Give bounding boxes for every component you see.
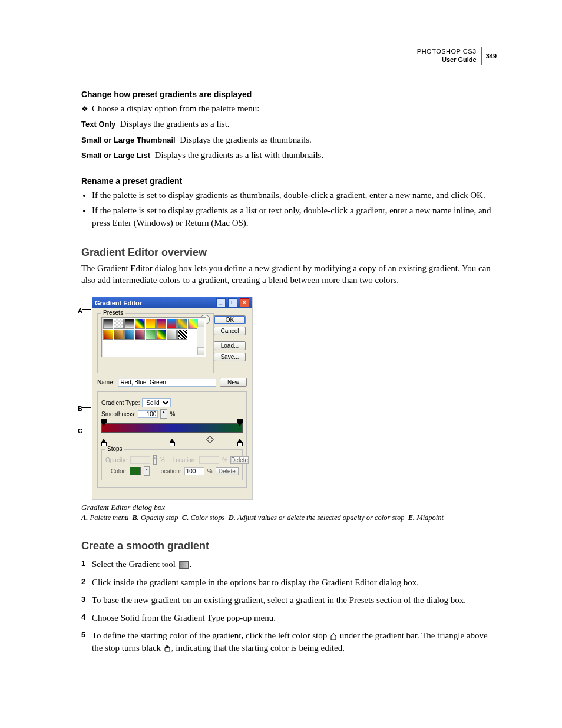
midpoint-marker[interactable]	[206, 436, 214, 443]
rename-list: If the palette is set to display gradien…	[92, 189, 498, 229]
delete-opacity-button: Delete	[230, 456, 249, 464]
color-swatch[interactable]	[130, 467, 141, 475]
svg-marker-0	[331, 633, 336, 640]
step-4: Choose Solid from the Gradient Type pop-…	[81, 612, 498, 624]
smooth-input[interactable]	[138, 410, 158, 418]
save-button[interactable]: Save...	[214, 353, 246, 361]
presets-list[interactable]	[101, 317, 206, 357]
dialog-titlebar[interactable]: Gradient Editor _ □ ×	[92, 297, 252, 308]
delete-color-button[interactable]: Delete	[216, 467, 239, 475]
step-5: To define the starting color of the grad…	[81, 630, 498, 654]
product-name: PHOTOSHOP CS3	[417, 48, 477, 55]
opacity-stop-right[interactable]	[237, 423, 243, 428]
page-number: 349	[486, 52, 497, 60]
color-stop-filled-icon	[164, 645, 170, 652]
overview-body: The Gradient Editor dialog box lets you …	[81, 262, 498, 286]
cancel-button[interactable]: Cancel	[214, 327, 246, 335]
stops-legend: Stops	[105, 446, 124, 452]
maximize-icon[interactable]: □	[228, 298, 237, 307]
heading-create-smooth: Create a smooth gradient	[81, 540, 498, 552]
load-button[interactable]: Load...	[214, 341, 246, 350]
gradient-editor-dialog: Gradient Editor _ □ × OK Cancel Load... …	[92, 297, 252, 499]
close-icon[interactable]: ×	[240, 298, 249, 307]
callout-A: A	[78, 307, 82, 314]
heading-rename: Rename a preset gradient	[81, 176, 498, 186]
color-stop-outline-icon	[330, 633, 336, 640]
dialog-title: Gradient Editor	[95, 299, 142, 307]
opacity-loc-input	[199, 456, 219, 464]
heading-change-display: Change how preset gradients are displaye…	[81, 90, 498, 99]
scrollbar[interactable]	[197, 319, 204, 355]
figure-caption: Gradient Editor dialog box	[81, 503, 498, 512]
steps-list: Select the Gradient tool . Click inside …	[81, 558, 498, 654]
gradient-tool-icon	[179, 561, 189, 569]
callout-B: B	[78, 405, 82, 412]
page: PHOTOSHOP CS3 User Guide 349 Change how …	[0, 0, 562, 728]
guide-label: User Guide	[442, 56, 477, 63]
color-stop-2[interactable]	[170, 439, 175, 444]
rename-bullet-2: If the palette is set to display gradien…	[92, 205, 498, 229]
opt-list: Small or Large List Displays the gradien…	[81, 149, 498, 161]
page-header: PHOTOSHOP CS3 User Guide 349	[415, 46, 498, 66]
color-loc-input[interactable]	[184, 467, 204, 475]
choose-display-option: Choose a display option from the palette…	[81, 103, 498, 114]
color-stop-3[interactable]	[237, 439, 243, 444]
presets-legend: Presets	[101, 309, 125, 316]
step-2: Click inside the gradient sample in the …	[81, 577, 498, 588]
type-select[interactable]: Solid	[142, 398, 171, 407]
name-label: Name:	[97, 379, 114, 386]
step-1: Select the Gradient tool .	[81, 558, 498, 570]
color-stop-1[interactable]	[101, 439, 107, 444]
content: Change how preset gradients are displaye…	[81, 90, 498, 654]
name-input[interactable]	[118, 378, 216, 387]
callout-C: C	[78, 427, 82, 434]
opt-text-only: Text Only Displays the gradients as a li…	[81, 118, 498, 130]
smooth-label: Smoothness:	[101, 411, 135, 417]
type-label: Gradient Type:	[101, 400, 140, 406]
figure-key: A. Palette menu B. Opacity stop C. Color…	[81, 513, 498, 522]
opacity-input	[130, 456, 150, 464]
heading-overview: Gradient Editor overview	[81, 246, 498, 259]
gradient-editor-figure: A B C D E Gradient Editor _ □ ×	[78, 297, 254, 499]
smooth-stepper[interactable]: ▸	[160, 409, 167, 419]
opt-thumbnail: Small or Large Thumbnail Displays the gr…	[81, 134, 498, 146]
gradient-bar[interactable]	[101, 423, 243, 443]
opacity-stop-left[interactable]	[101, 423, 107, 428]
ok-button[interactable]: OK	[214, 315, 246, 324]
rename-bullet-1: If the palette is set to display gradien…	[92, 189, 498, 201]
step-3: To base the new gradient on an existing …	[81, 594, 498, 606]
new-button[interactable]: New	[220, 378, 247, 387]
minimize-icon[interactable]: _	[216, 298, 226, 307]
